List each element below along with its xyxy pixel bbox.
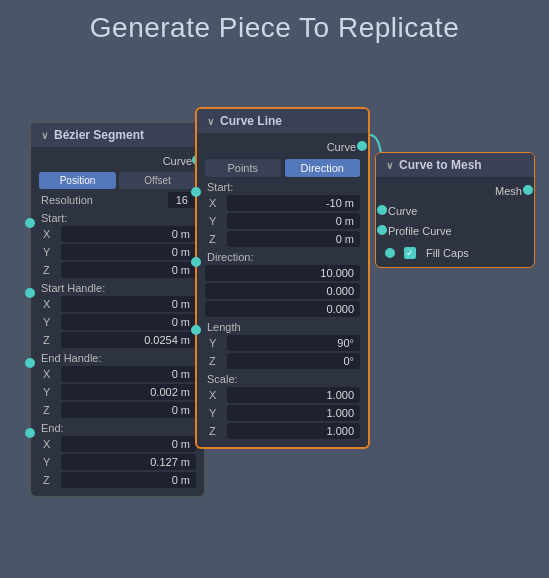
curveline-start-y-key: Y: [205, 215, 227, 227]
curveline-node-title: Curve Line: [220, 114, 282, 128]
curveline-curve-label: Curve: [323, 141, 360, 153]
curveline-start-x-key: X: [205, 197, 227, 209]
curveline-start-label: Start:: [207, 181, 360, 193]
curve2mesh-curve-label: Curve: [384, 205, 421, 217]
curve2mesh-collapse-icon[interactable]: ∨: [386, 160, 393, 171]
curveline-length-in-socket[interactable]: [191, 325, 201, 335]
bezier-eh-z-row: Z 0 m: [39, 402, 196, 418]
curve-line-node: ∨ Curve Line Curve Points Direction Star…: [195, 107, 370, 449]
curveline-start-z-val[interactable]: 0 m: [227, 231, 360, 247]
curve2mesh-curve-socket-row: Curve: [384, 203, 526, 219]
curve-to-mesh-node: ∨ Curve to Mesh Mesh Curve Profile Curve: [375, 152, 535, 268]
curveline-scalez-val[interactable]: 1.000: [227, 423, 360, 439]
bezier-endhandle-in-socket[interactable]: [25, 358, 35, 368]
curveline-roty-val[interactable]: 90°: [227, 335, 360, 351]
bezier-start-z-val[interactable]: 0 m: [61, 262, 196, 278]
bezier-starthandle-in-socket[interactable]: [25, 288, 35, 298]
bezier-end-x-key: X: [39, 438, 61, 450]
bezier-start-y-val[interactable]: 0 m: [61, 244, 196, 260]
curveline-roty-key: Y: [205, 337, 227, 349]
bezier-sh-z-val[interactable]: 0.0254 m: [61, 332, 196, 348]
curveline-rotz-key: Z: [205, 355, 227, 367]
curveline-scalex-row: X 1.000: [205, 387, 360, 403]
bezier-sh-x-row: X 0 m: [39, 296, 196, 312]
bezier-sh-y-row: Y 0 m: [39, 314, 196, 330]
bezier-sh-z-key: Z: [39, 334, 61, 346]
bezier-end-z-row: Z 0 m: [39, 472, 196, 488]
curveline-start-y-val[interactable]: 0 m: [227, 213, 360, 229]
curveline-rotz-row: Z 0°: [205, 353, 360, 369]
curveline-start-y-row: Y 0 m: [205, 213, 360, 229]
bezier-end-y-val[interactable]: 0.127 m: [61, 454, 196, 470]
bezier-eh-y-key: Y: [39, 386, 61, 398]
curveline-dir3-val[interactable]: 0.000: [205, 301, 360, 317]
curveline-dir2-row: 0.000: [205, 283, 360, 299]
bezier-node-title: Bézier Segment: [54, 128, 144, 142]
bezier-start-x-val[interactable]: 0 m: [61, 226, 196, 242]
bezier-sh-y-key: Y: [39, 316, 61, 328]
curveline-curve-out-socket[interactable]: [357, 141, 367, 151]
curveline-tab-row: Points Direction: [205, 159, 360, 177]
curveline-start-x-val[interactable]: -10 m: [227, 195, 360, 211]
curve2mesh-node-header: ∨ Curve to Mesh: [376, 153, 534, 177]
bezier-end-y-key: Y: [39, 456, 61, 468]
bezier-eh-x-row: X 0 m: [39, 366, 196, 382]
curveline-scaley-val[interactable]: 1.000: [227, 405, 360, 421]
bezier-node-header: ∨ Bézier Segment: [31, 123, 204, 147]
bezier-curve-label: Curve: [159, 155, 196, 167]
bezier-endhandle-label: End Handle:: [41, 352, 196, 364]
curveline-scaley-row: Y 1.000: [205, 405, 360, 421]
curve2mesh-fillcaps-row: ✓ Fill Caps: [384, 245, 526, 261]
bezier-eh-z-val[interactable]: 0 m: [61, 402, 196, 418]
curveline-start-z-key: Z: [205, 233, 227, 245]
bezier-end-z-val[interactable]: 0 m: [61, 472, 196, 488]
curve2mesh-curve-in-socket[interactable]: [377, 205, 387, 215]
curveline-scalex-key: X: [205, 389, 227, 401]
bezier-eh-z-key: Z: [39, 404, 61, 416]
bezier-end-label: End:: [41, 422, 196, 434]
curveline-start-x-row: X -10 m: [205, 195, 360, 211]
curveline-direction-in-socket[interactable]: [191, 257, 201, 267]
bezier-start-y-row: Y 0 m: [39, 244, 196, 260]
bezier-end-y-row: Y 0.127 m: [39, 454, 196, 470]
curveline-scalez-row: Z 1.000: [205, 423, 360, 439]
bezier-sh-x-val[interactable]: 0 m: [61, 296, 196, 312]
curve2mesh-node-body: Mesh Curve Profile Curve ✓ Fill Caps: [376, 177, 534, 267]
bezier-sh-z-row: Z 0.0254 m: [39, 332, 196, 348]
bezier-start-x-key: X: [39, 228, 61, 240]
curveline-start-z-row: Z 0 m: [205, 231, 360, 247]
bezier-end-x-val[interactable]: 0 m: [61, 436, 196, 452]
bezier-end-in-socket[interactable]: [25, 428, 35, 438]
bezier-collapse-icon[interactable]: ∨: [41, 130, 48, 141]
curveline-collapse-icon[interactable]: ∨: [207, 116, 214, 127]
curveline-start-in-socket[interactable]: [191, 187, 201, 197]
curve2mesh-profile-in-socket[interactable]: [377, 225, 387, 235]
bezier-eh-y-row: Y 0.002 m: [39, 384, 196, 400]
curveline-points-tab[interactable]: Points: [205, 159, 281, 177]
bezier-offset-btn[interactable]: Offset: [119, 172, 196, 189]
curveline-dir2-val[interactable]: 0.000: [205, 283, 360, 299]
curveline-dir1-val[interactable]: 10.000: [205, 265, 360, 281]
bezier-segment-node: ∨ Bézier Segment Curve Position Offset R…: [30, 122, 205, 497]
bezier-eh-x-val[interactable]: 0 m: [61, 366, 196, 382]
bezier-sh-x-key: X: [39, 298, 61, 310]
curve2mesh-fillcaps-checkbox[interactable]: ✓: [404, 247, 416, 259]
curveline-scale-label: Scale:: [207, 373, 360, 385]
curveline-node-body: Curve Points Direction Start: X -10 m Y …: [197, 133, 368, 447]
bezier-position-btn[interactable]: Position: [39, 172, 116, 189]
curve2mesh-node-title: Curve to Mesh: [399, 158, 482, 172]
page-title: Generate Piece To Replicate: [0, 0, 549, 52]
bezier-eh-y-val[interactable]: 0.002 m: [61, 384, 196, 400]
bezier-end-z-key: Z: [39, 474, 61, 486]
curve2mesh-fillcaps-in-socket[interactable]: [385, 248, 395, 258]
curveline-scalex-val[interactable]: 1.000: [227, 387, 360, 403]
bezier-end-x-row: X 0 m: [39, 436, 196, 452]
bezier-start-z-row: Z 0 m: [39, 262, 196, 278]
bezier-start-x-row: X 0 m: [39, 226, 196, 242]
curveline-rotz-val[interactable]: 0°: [227, 353, 360, 369]
bezier-curve-socket-row: Curve: [39, 153, 196, 169]
curve2mesh-mesh-out-socket[interactable]: [523, 185, 533, 195]
curveline-direction-tab[interactable]: Direction: [285, 159, 361, 177]
bezier-start-in-socket[interactable]: [25, 218, 35, 228]
bezier-sh-y-val[interactable]: 0 m: [61, 314, 196, 330]
